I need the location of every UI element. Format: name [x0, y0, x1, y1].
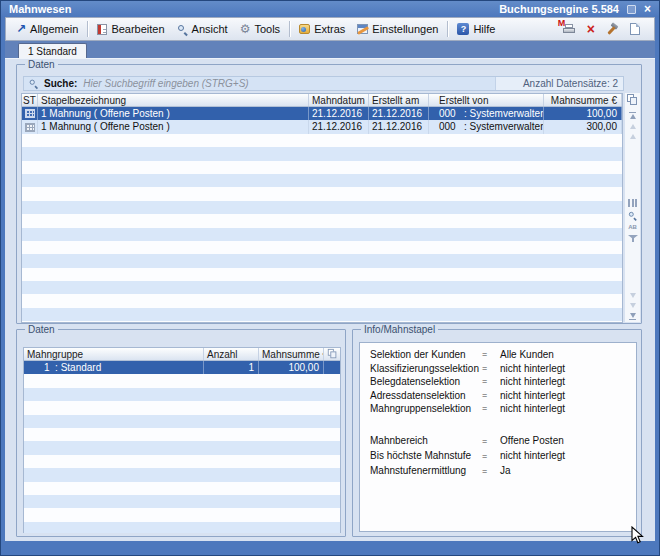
settings-wrench-icon [357, 24, 368, 34]
menu-ansicht[interactable]: Ansicht [171, 20, 234, 38]
search-bar[interactable]: Suche: Hier Suchbegriff eingeben (STRG+S… [23, 76, 624, 91]
group-daten-batches: Daten Suche: Hier Suchbegriff eingeben (… [16, 64, 642, 324]
copy-icon[interactable] [327, 349, 336, 359]
cell-st [22, 120, 38, 133]
cell-stapelbezeichnung: 1 Mahnung ( Offene Posten ) [38, 120, 309, 133]
group-daten-mahngruppen: Daten Mahngruppe Anzahl Mahnsumme € 1 : … [16, 329, 346, 537]
group-daten-label: Daten [25, 324, 58, 335]
hammer-icon[interactable] [606, 23, 619, 36]
column-header-mahndatum[interactable]: Mahndatum [309, 94, 369, 106]
grid-search-icon[interactable] [628, 211, 637, 220]
menu-allgemein[interactable]: ↗ Allgemein [10, 20, 84, 38]
menu-ansicht-label: Ansicht [192, 23, 228, 35]
menu-separator [289, 21, 290, 37]
extras-icon [299, 24, 310, 34]
info-panel: Selektion der Kunden = Alle Kunden Klass… [359, 342, 637, 532]
info-key: Klassifizierungsselektion [370, 362, 482, 376]
empty-grid-row [22, 294, 622, 307]
info-row: Mahnstufenermittlung = Ja [370, 464, 636, 479]
column-header-mahnsumme[interactable]: Mahnsumme € [259, 348, 324, 360]
menu-hilfe[interactable]: ? Hilfe [451, 20, 501, 38]
window-title: Mahnwesen [9, 3, 71, 15]
batch-row-selected[interactable]: 1 Mahnung ( Offene Posten ) 21.12.2016 2… [22, 107, 622, 120]
cell-mahnsumme: 300,00 [544, 120, 622, 133]
empty-grid-row [22, 241, 622, 254]
new-document-icon[interactable] [630, 23, 640, 35]
print-dunning-icon[interactable]: M [562, 23, 576, 35]
sort-icon[interactable]: AB [628, 224, 637, 231]
column-header-actions [324, 348, 340, 360]
info-separator: = [482, 348, 500, 362]
menu-einstellungen-label: Einstellungen [372, 23, 438, 35]
scroll-down-icon[interactable] [630, 293, 636, 298]
batch-row[interactable]: 1 Mahnung ( Offene Posten ) 21.12.2016 2… [22, 120, 622, 133]
menu-bearbeiten[interactable]: Bearbeiten [91, 20, 170, 38]
scroll-first-icon[interactable] [629, 112, 636, 119]
info-spacer [370, 416, 636, 434]
empty-grid-row [24, 441, 340, 454]
column-header-anzahl[interactable]: Anzahl [204, 348, 259, 360]
info-value: nicht hinterlegt [500, 375, 636, 389]
cell-mahngruppe: 1 : Standard [24, 361, 204, 374]
empty-grid-row [24, 374, 340, 387]
column-header-erstellt-am[interactable]: Erstellt am [369, 94, 429, 106]
tab-standard[interactable]: 1 Standard [18, 43, 87, 58]
empty-grid-row [24, 455, 340, 468]
empty-grid-row [22, 161, 622, 174]
info-key: Mahnstufenermittlung [370, 464, 482, 479]
info-row: Selektion der Kunden = Alle Kunden [370, 348, 636, 362]
cell-erstellt-von: 000 : Systemverwalter [429, 120, 544, 133]
empty-grid-row [24, 508, 340, 521]
menu-extras[interactable]: Extras [293, 20, 351, 38]
column-header-stapelbezeichnung[interactable]: Stapelbezeichnung [38, 94, 309, 106]
column-header-erstellt-von[interactable]: Erstellt von [429, 94, 544, 106]
scroll-last-icon[interactable] [629, 313, 636, 320]
mahngruppe-row-selected[interactable]: 1 : Standard 1 100,00 [24, 361, 340, 374]
column-header-st[interactable]: ST [22, 94, 38, 106]
cell-st [22, 107, 38, 120]
info-separator: = [482, 375, 500, 389]
batch-grid-icon [25, 109, 35, 118]
info-row: Belegdatenselektion = nicht hinterlegt [370, 375, 636, 389]
columns-icon[interactable] [628, 199, 637, 207]
record-count: Anzahl Datensätze: 2 [495, 77, 623, 90]
search-placeholder: Hier Suchbegriff eingeben (STRG+S) [83, 78, 248, 89]
batch-table-header: ST Stapelbezeichnung Mahndatum Erstellt … [22, 94, 622, 107]
restore-icon[interactable] [627, 5, 636, 14]
info-value: Alle Kunden [500, 348, 636, 362]
filter-icon[interactable] [628, 234, 638, 243]
scroll-up-icon[interactable] [630, 134, 636, 139]
empty-grid-row [22, 281, 622, 294]
copy-icon[interactable] [627, 94, 638, 106]
menu-bearbeiten-label: Bearbeiten [111, 23, 164, 35]
delete-icon[interactable]: × [587, 23, 595, 35]
empty-grid-row [24, 415, 340, 428]
info-row: Adressdatenselektion = nicht hinterlegt [370, 389, 636, 403]
title-bar: Mahnwesen Buchungsengine 5.584 × [1, 1, 659, 17]
info-row: Mahngruppenselektion = nicht hinterlegt [370, 402, 636, 416]
arrow-up-right-icon: ↗ [16, 24, 26, 34]
menu-tools[interactable]: ⚙ Tools [234, 20, 286, 38]
mahngruppe-table-header: Mahngruppe Anzahl Mahnsumme € [24, 348, 340, 361]
cell-mahnsumme: 100,00 [544, 107, 622, 120]
mahngruppe-table-body: 1 : Standard 1 100,00 [24, 361, 340, 533]
menu-tools-label: Tools [254, 23, 280, 35]
empty-grid-row [24, 428, 340, 441]
empty-grid-row [24, 522, 340, 533]
info-separator: = [482, 434, 500, 449]
column-header-mahnsumme[interactable]: Mahnsumme € [544, 94, 622, 106]
column-header-mahngruppe[interactable]: Mahngruppe [24, 348, 204, 360]
menu-bar: ↗ Allgemein Bearbeiten Ansicht ⚙ Tools E… [5, 17, 655, 41]
info-value: nicht hinterlegt [500, 402, 636, 416]
cell-mahndatum: 21.12.2016 [309, 107, 369, 120]
page-down-icon[interactable] [630, 303, 636, 308]
cell-erstellt-am: 21.12.2016 [369, 120, 429, 133]
menu-einstellungen[interactable]: Einstellungen [351, 20, 444, 38]
info-value: nicht hinterlegt [500, 389, 636, 403]
menu-separator [447, 21, 448, 37]
close-button[interactable]: × [644, 4, 651, 14]
info-value: Ja [500, 464, 636, 479]
info-key: Mahngruppenselektion [370, 402, 482, 416]
page-up-icon[interactable] [630, 124, 636, 129]
cell-stapelbezeichnung: 1 Mahnung ( Offene Posten ) [38, 107, 309, 120]
